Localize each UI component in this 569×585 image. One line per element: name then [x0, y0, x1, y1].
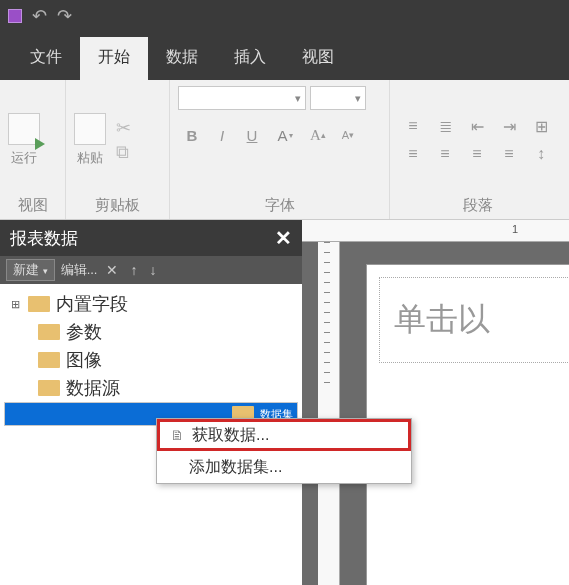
- number-list-button[interactable]: ≣: [430, 113, 460, 139]
- tree-label: 内置字段: [56, 292, 128, 316]
- tree-item-builtin[interactable]: ⊞内置字段: [4, 290, 298, 318]
- folder-icon: [38, 380, 60, 396]
- move-up-icon[interactable]: ↑: [127, 262, 140, 278]
- grow-font-button[interactable]: A▴: [304, 122, 332, 148]
- panel-title: 报表数据: [10, 227, 78, 250]
- edit-button[interactable]: 编辑...: [61, 261, 98, 279]
- align-left-button[interactable]: ≡: [398, 141, 428, 167]
- play-icon: [35, 138, 45, 150]
- page-body[interactable]: 单击以: [379, 277, 569, 363]
- tree-item-images[interactable]: 图像: [4, 346, 298, 374]
- folder-icon: [38, 324, 60, 340]
- menu-bar: 文件 开始 数据 插入 视图: [0, 32, 569, 80]
- save-icon[interactable]: [8, 9, 22, 23]
- align-justify-button[interactable]: ≡: [494, 141, 524, 167]
- undo-icon[interactable]: ↶: [32, 5, 47, 27]
- ribbon: 运行 视图 粘贴 ✂ ⧉ 剪贴板 ▾ ▾ B I U: [0, 80, 569, 220]
- font-size-select[interactable]: ▾: [310, 86, 366, 110]
- expand-icon[interactable]: ⊞: [8, 298, 22, 311]
- folder-icon: [38, 352, 60, 368]
- group-font-label: 字体: [178, 194, 381, 217]
- font-color-button[interactable]: A▾: [268, 122, 302, 148]
- align-center-button[interactable]: ≡: [430, 141, 460, 167]
- placeholder-text[interactable]: 单击以: [394, 298, 569, 342]
- horizontal-ruler: 1: [302, 220, 569, 242]
- tab-file[interactable]: 文件: [12, 37, 80, 80]
- ctx-label: 获取数据...: [192, 425, 269, 446]
- folder-icon: [28, 296, 50, 312]
- tree-label: 参数: [66, 320, 102, 344]
- group-view: 运行 视图: [0, 80, 66, 219]
- tab-insert[interactable]: 插入: [216, 37, 284, 80]
- run-label: 运行: [11, 149, 37, 167]
- bold-button[interactable]: B: [178, 122, 206, 148]
- run-button[interactable]: 运行: [8, 113, 40, 167]
- paste-button[interactable]: 粘贴: [74, 113, 106, 167]
- close-icon[interactable]: ✕: [275, 226, 292, 250]
- vertical-ruler: [318, 242, 340, 585]
- tree-item-params[interactable]: 参数: [4, 318, 298, 346]
- cut-icon[interactable]: ✂: [116, 117, 131, 139]
- tree: ⊞内置字段 参数 图像 数据源 数据集: [0, 284, 302, 432]
- merge-button[interactable]: ⊞: [526, 113, 556, 139]
- align-right-button[interactable]: ≡: [462, 141, 492, 167]
- new-button[interactable]: 新建 ▾: [6, 259, 55, 281]
- panel-toolbar: 新建 ▾ 编辑... ✕ ↑ ↓: [0, 256, 302, 284]
- tab-home[interactable]: 开始: [80, 37, 148, 80]
- report-data-panel: 报表数据 ✕ 新建 ▾ 编辑... ✕ ↑ ↓ ⊞内置字段 参数 图像 数据源 …: [0, 220, 302, 585]
- ctx-label: 添加数据集...: [189, 457, 282, 478]
- shrink-font-button[interactable]: A▾: [334, 122, 362, 148]
- decrease-indent-button[interactable]: ⇤: [462, 113, 492, 139]
- underline-button[interactable]: U: [238, 122, 266, 148]
- tab-data[interactable]: 数据: [148, 37, 216, 80]
- copy-icon[interactable]: ⧉: [116, 142, 131, 163]
- panel-header: 报表数据 ✕: [0, 220, 302, 256]
- tree-item-sources[interactable]: 数据源: [4, 374, 298, 402]
- group-clipboard-label: 剪贴板: [74, 194, 161, 217]
- increase-indent-button[interactable]: ⇥: [494, 113, 524, 139]
- tree-label: 图像: [66, 348, 102, 372]
- ctx-get-data[interactable]: 🗎 获取数据...: [157, 419, 411, 451]
- group-view-label: 视图: [8, 194, 57, 217]
- line-spacing-button[interactable]: ↕: [526, 141, 556, 167]
- get-data-icon: 🗎: [170, 427, 192, 443]
- title-bar: ↶ ↷: [0, 0, 569, 32]
- bullet-list-button[interactable]: ≡: [398, 113, 428, 139]
- report-icon: [8, 113, 40, 145]
- paste-label: 粘贴: [77, 149, 103, 167]
- design-canvas[interactable]: 1 单击以: [302, 220, 569, 585]
- move-down-icon[interactable]: ↓: [146, 262, 159, 278]
- clipboard-icon: [74, 113, 106, 145]
- redo-icon[interactable]: ↷: [57, 5, 72, 27]
- font-family-select[interactable]: ▾: [178, 86, 306, 110]
- group-clipboard: 粘贴 ✂ ⧉ 剪贴板: [66, 80, 170, 219]
- group-paragraph-label: 段落: [398, 194, 558, 217]
- ruler-mark: 1: [512, 223, 518, 235]
- italic-button[interactable]: I: [208, 122, 236, 148]
- group-paragraph: ≡ ≣ ⇤ ⇥ ⊞ ≡ ≡ ≡ ≡ ↕ 段落: [390, 80, 566, 219]
- delete-icon[interactable]: ✕: [103, 262, 121, 278]
- group-font: ▾ ▾ B I U A▾ A▴ A▾ 字体: [170, 80, 390, 219]
- tree-label: 数据源: [66, 376, 120, 400]
- ctx-add-dataset[interactable]: 添加数据集...: [157, 451, 411, 483]
- context-menu: 🗎 获取数据... 添加数据集...: [156, 418, 412, 484]
- tab-view[interactable]: 视图: [284, 37, 352, 80]
